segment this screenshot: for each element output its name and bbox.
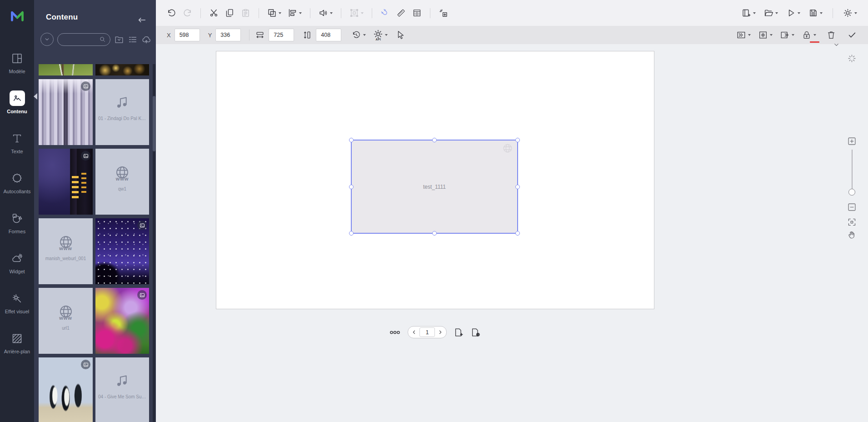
audio-button[interactable] bbox=[319, 8, 333, 18]
new-page-button[interactable] bbox=[742, 8, 756, 18]
media-tile-audio[interactable]: 04 - Give Me Som Sun... bbox=[95, 357, 149, 422]
resize-handle-e[interactable] bbox=[515, 185, 520, 189]
group-icon bbox=[349, 8, 359, 18]
sidebar-item-widget[interactable]: Widget bbox=[0, 251, 34, 274]
upload-button[interactable] bbox=[141, 35, 151, 45]
sidebar-item-effet-visuel[interactable]: Effet visuel bbox=[0, 291, 34, 314]
height-input[interactable] bbox=[316, 29, 341, 41]
page-schedule-button[interactable] bbox=[470, 327, 480, 337]
fit-to-screen-button[interactable] bbox=[847, 217, 857, 227]
entrance-animation-button[interactable] bbox=[736, 30, 751, 40]
previous-page-button[interactable] bbox=[411, 329, 417, 335]
exit-animation-button[interactable] bbox=[780, 30, 794, 40]
panel-scrollbar-thumb[interactable] bbox=[153, 96, 155, 151]
filter-dropdown-button[interactable] bbox=[40, 33, 54, 46]
preview-play-button[interactable] bbox=[786, 8, 800, 18]
cut-button[interactable] bbox=[209, 8, 219, 18]
emphasis-animation-icon bbox=[758, 30, 768, 40]
active-panel-notch bbox=[34, 93, 37, 100]
resize-handle-w[interactable] bbox=[349, 185, 354, 189]
media-tile-image[interactable] bbox=[39, 357, 93, 422]
media-tile-image[interactable] bbox=[95, 218, 149, 284]
sidebar-item-formes[interactable]: Formes bbox=[0, 211, 34, 234]
collapse-panel-button[interactable] bbox=[137, 15, 147, 25]
media-tile-image[interactable] bbox=[39, 79, 93, 145]
snap-magnet-button[interactable] bbox=[380, 8, 390, 18]
sidebar-item-arriere-plan[interactable]: Arrière-plan bbox=[0, 331, 34, 354]
copy-button[interactable] bbox=[225, 8, 234, 18]
align-button[interactable] bbox=[288, 8, 302, 18]
next-page-button[interactable] bbox=[437, 329, 443, 335]
sidebar-item-texte[interactable]: Texte bbox=[0, 131, 34, 154]
resize-handle-se[interactable] bbox=[515, 231, 520, 236]
save-button[interactable] bbox=[808, 8, 823, 18]
table-button[interactable] bbox=[412, 8, 422, 18]
group-button[interactable] bbox=[349, 8, 364, 18]
app-logo[interactable] bbox=[8, 6, 27, 27]
media-tile-image[interactable] bbox=[39, 64, 93, 75]
page-list-button[interactable] bbox=[389, 329, 401, 336]
search-input[interactable] bbox=[63, 36, 99, 43]
selected-web-element[interactable]: test_1111 bbox=[351, 140, 518, 234]
add-position-button[interactable] bbox=[439, 8, 448, 18]
zoom-slider-track[interactable] bbox=[852, 150, 853, 189]
media-tile-web[interactable]: www qw1 bbox=[95, 149, 149, 215]
crop-shapes-button[interactable] bbox=[267, 8, 281, 18]
resize-handle-n[interactable] bbox=[432, 138, 437, 142]
select-cursor-button[interactable] bbox=[396, 30, 406, 40]
search-box[interactable] bbox=[57, 33, 110, 46]
align-icon bbox=[288, 8, 297, 18]
sidebar-item-autocollants[interactable]: Autocollants bbox=[0, 171, 34, 194]
zoom-in-button[interactable] bbox=[847, 136, 857, 146]
globe-caption: www bbox=[116, 176, 129, 181]
paste-button[interactable] bbox=[241, 8, 250, 18]
pages-dots-icon bbox=[389, 329, 401, 336]
play-icon bbox=[786, 8, 796, 18]
image-icon bbox=[10, 90, 25, 106]
table-icon bbox=[412, 8, 422, 18]
magic-wand-icon bbox=[10, 291, 25, 306]
resize-handle-nw[interactable] bbox=[349, 138, 354, 142]
folder-button[interactable] bbox=[114, 35, 124, 45]
x-input[interactable] bbox=[175, 29, 200, 41]
media-tile-image[interactable] bbox=[95, 288, 149, 354]
ruler-button[interactable] bbox=[396, 8, 406, 18]
api-settings-button[interactable]: API bbox=[373, 29, 388, 41]
apply-button[interactable] bbox=[847, 30, 857, 40]
center-canvas-button[interactable] bbox=[847, 54, 857, 63]
media-tile-image[interactable] bbox=[95, 64, 149, 75]
settings-button[interactable] bbox=[843, 8, 857, 18]
list-view-button[interactable] bbox=[128, 35, 138, 45]
history-rotate-button[interactable] bbox=[351, 30, 366, 40]
page-number-input[interactable] bbox=[419, 327, 435, 337]
media-tile-web[interactable]: www url1 bbox=[39, 288, 93, 354]
sidebar-item-contenu[interactable]: Contenu bbox=[0, 90, 34, 114]
media-tile-image[interactable] bbox=[39, 149, 93, 215]
dropdown-caret bbox=[385, 34, 388, 36]
resize-handle-s[interactable] bbox=[432, 231, 437, 236]
sidebar-item-label: Effet visuel bbox=[5, 309, 30, 314]
list-view-icon bbox=[128, 35, 138, 45]
lock-button[interactable] bbox=[802, 30, 816, 40]
pan-hand-button[interactable] bbox=[847, 230, 857, 240]
undo-button[interactable] bbox=[167, 8, 176, 18]
toolbar-collapse-button[interactable] bbox=[833, 41, 840, 48]
open-button[interactable] bbox=[764, 8, 778, 18]
y-input[interactable] bbox=[215, 29, 241, 41]
resize-handle-sw[interactable] bbox=[349, 231, 354, 236]
zoom-slider-knob[interactable] bbox=[848, 189, 855, 196]
media-tile-audio[interactable]: 01 - Zindagi Do Pal Ki ... bbox=[95, 79, 149, 145]
width-input[interactable] bbox=[269, 29, 294, 41]
image-type-badge bbox=[137, 221, 147, 230]
sidebar-item-modele[interactable]: Modèle bbox=[0, 50, 34, 74]
design-canvas[interactable]: test_1111 bbox=[216, 51, 654, 309]
media-tile-web[interactable]: www manish_weburl_001 bbox=[39, 218, 93, 284]
resize-handle-ne[interactable] bbox=[515, 138, 520, 142]
undo-icon bbox=[167, 8, 176, 18]
trash-icon bbox=[826, 30, 836, 40]
zoom-out-button[interactable] bbox=[847, 202, 857, 212]
redo-button[interactable] bbox=[183, 8, 192, 18]
add-page-button[interactable] bbox=[454, 327, 464, 337]
delete-button[interactable] bbox=[826, 30, 836, 40]
emphasis-animation-button[interactable] bbox=[758, 30, 773, 40]
